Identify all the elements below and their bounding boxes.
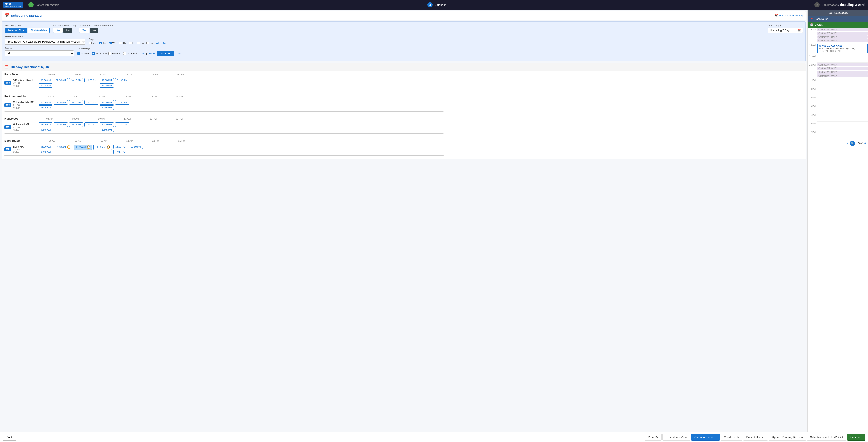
slot-group-hw-4: 11:00 AM <box>84 122 98 132</box>
slot-hw-1245[interactable]: 12:45 PM <box>100 127 114 132</box>
back-button[interactable]: Back <box>3 434 16 441</box>
zoom-plus-btn[interactable]: + <box>864 141 866 146</box>
resource-info-fl: Ft Lauderdale MR 72158 45 Min <box>13 101 37 109</box>
day-tue[interactable]: Tue <box>99 42 107 45</box>
slot-br-0130[interactable]: 01:30 PM <box>129 145 143 149</box>
slot-pb-1015[interactable]: 10:15 AM <box>69 78 83 83</box>
slot-br-1100[interactable]: 11:00 AM 💬 <box>93 145 112 150</box>
slot-fl-1245[interactable]: 12:45 PM <box>100 106 114 110</box>
slot-hw-1200[interactable]: 12:00 PM <box>100 122 114 127</box>
slot-br-1200[interactable]: 12:00 PM <box>113 145 127 149</box>
days-none-link[interactable]: None <box>163 42 169 45</box>
day-fri[interactable]: Fri <box>129 42 135 45</box>
filter-row-3: Rooms All Time Range Morning Afternoon E… <box>5 47 803 56</box>
slot-pb-1100[interactable]: 11:00 AM <box>84 78 98 83</box>
slot-hw-1015[interactable]: 10:15 AM <box>69 122 83 127</box>
slot-br-0800[interactable]: 08:00 AM <box>39 145 53 149</box>
update-pending-reason-button[interactable]: Update Pending Reason <box>769 434 806 441</box>
fl-12pm: 12 PM <box>150 95 157 98</box>
time-after-hours[interactable]: After Hours <box>123 52 140 55</box>
slot-hw-0800[interactable]: 08:00 AM <box>39 122 53 127</box>
slot-fl-1015[interactable]: 10:15 AM <box>69 100 83 105</box>
hw-10am: 10 AM <box>98 117 105 120</box>
provider-no-btn[interactable]: No <box>90 28 98 33</box>
slot-fl-0845[interactable]: 08:45 AM <box>39 106 53 110</box>
cal-slots-12pm: Contrast MR ONLY Contrast MR ONLY Contra… <box>817 63 868 78</box>
manual-scheduling-link[interactable]: 📅 Manual Scheduling <box>774 14 803 17</box>
slot-pb-0130[interactable]: 01:30 PM <box>115 78 129 83</box>
procedures-view-button[interactable]: Procedures View <box>662 434 690 441</box>
resource-code-pb: 72158 <box>13 82 37 84</box>
cal-appointment: GIOVANA BARBOSA MRI LUMBAR SPINE W/WO (7… <box>817 44 868 53</box>
search-button[interactable]: Search <box>157 51 174 56</box>
slot-fl-1100[interactable]: 11:00 AM <box>84 100 98 105</box>
step-3-circle: 3 <box>814 2 820 7</box>
cal-slots-4pm <box>817 104 868 113</box>
slot-fl-1200[interactable]: 12:00 PM <box>100 100 114 105</box>
patient-history-button[interactable]: Patient History <box>743 434 768 441</box>
notification-icon-0930: 💬 <box>67 145 70 149</box>
time-all-link[interactable]: All <box>141 52 144 55</box>
slot-hw-0845[interactable]: 08:45 AM <box>39 127 53 132</box>
schedule-button[interactable]: Schedule <box>847 434 865 441</box>
time-morning[interactable]: Morning <box>78 52 90 55</box>
clear-button[interactable]: Clear <box>176 52 183 55</box>
days-all-link[interactable]: All <box>156 42 159 45</box>
day-wed[interactable]: Wed <box>109 42 118 45</box>
slot-hw-0130[interactable]: 01:30 PM <box>115 122 129 127</box>
slot-pb-0845[interactable]: 08:45 AM <box>39 83 53 88</box>
slot-fl-0930[interactable]: 09:30 AM <box>54 100 68 105</box>
zoom-icon[interactable]: 🔍 <box>850 141 855 146</box>
slot-fl-0130[interactable]: 01:30 PM <box>115 100 129 105</box>
left-panel: 📅 Scheduling Manager 📅 Manual Scheduling… <box>0 9 807 432</box>
day-mon[interactable]: Mon <box>89 42 97 45</box>
view-rx-button[interactable]: View Rx <box>645 434 661 441</box>
bottom-bar: Back View Rx Procedures View Calendar Pr… <box>0 432 868 442</box>
time-1pm: 1 PM <box>808 78 817 87</box>
notification-icon-1100: 💬 <box>107 145 110 149</box>
logo-area: MASS RADIOLOGY GROUP <box>3 2 23 8</box>
slot-pb-1245[interactable]: 12:45 PM <box>100 83 114 88</box>
rooms-select[interactable]: All <box>5 50 74 56</box>
scheduling-type-label: Scheduling Type <box>5 24 50 27</box>
time-none-link[interactable]: None <box>149 52 155 55</box>
resource-dur-fl: 45 Min <box>13 107 37 109</box>
slot-fl-0800[interactable]: 08:00 AM <box>39 100 53 105</box>
slot-hw-0930[interactable]: 09:30 AM <box>54 122 68 127</box>
cal-row-4pm: 4 PM <box>808 104 868 113</box>
create-task-button[interactable]: Create Task <box>721 434 742 441</box>
slot-hw-1100[interactable]: 11:00 AM <box>84 122 98 127</box>
location-select[interactable]: Boca Raton, Fort Lauderdale, Hollywood, … <box>5 39 85 45</box>
calendar-preview-button[interactable]: Calendar Preview <box>691 434 720 441</box>
zoom-minus-btn[interactable]: − <box>846 141 848 146</box>
preferred-time-btn[interactable]: Preferred Time <box>5 28 27 33</box>
slot-pb-0800[interactable]: 08:00 AM <box>39 78 53 83</box>
date-range-input[interactable]: Upcoming 7 Days 📅 <box>768 28 803 33</box>
resource-dur-br: 45 Min <box>13 151 37 153</box>
resource-badge-pb: MR <box>4 81 11 85</box>
time-range-label: Time Range <box>78 47 183 50</box>
double-booking-btns: Yes No <box>53 28 76 33</box>
time-afternoon[interactable]: Afternoon <box>92 52 107 55</box>
resource-badge-br: MR <box>4 147 11 151</box>
slots-row-fl: 08:00 AM 08:45 AM 09:30 AM 10:15 AM 11:0… <box>39 100 803 110</box>
slot-br-0930[interactable]: 09:30 AM 💬 <box>54 145 72 150</box>
day-sun[interactable]: Sun <box>146 42 154 45</box>
bottom-right: View Rx Procedures View Calendar Preview… <box>645 434 865 441</box>
slot-br-1245[interactable]: 12:45 PM <box>113 150 127 154</box>
time-3pm: 3 PM <box>808 95 817 104</box>
first-available-btn[interactable]: First Available <box>28 28 50 33</box>
slot-br-0845[interactable]: 08:45 AM <box>39 150 53 154</box>
time-evening[interactable]: Evening <box>108 52 121 55</box>
double-booking-yes-btn[interactable]: Yes <box>53 28 63 33</box>
location-name-fl: Fort Lauderdale <box>4 95 26 98</box>
cal-slot-contrast-1: Contrast MR ONLY <box>817 28 868 31</box>
schedule-add-waitlist-button[interactable]: Schedule & Add to Waitlist <box>807 434 846 441</box>
day-thu[interactable]: Thu <box>119 42 127 45</box>
slot-pb-1200[interactable]: 12:00 PM <box>100 78 114 83</box>
double-booking-no-btn[interactable]: No <box>63 28 72 33</box>
day-sat[interactable]: Sat <box>137 42 145 45</box>
step-divider-2 <box>448 5 813 5</box>
provider-yes-btn[interactable]: Yes <box>79 28 89 33</box>
slot-pb-0930[interactable]: 09:30 AM <box>54 78 68 83</box>
